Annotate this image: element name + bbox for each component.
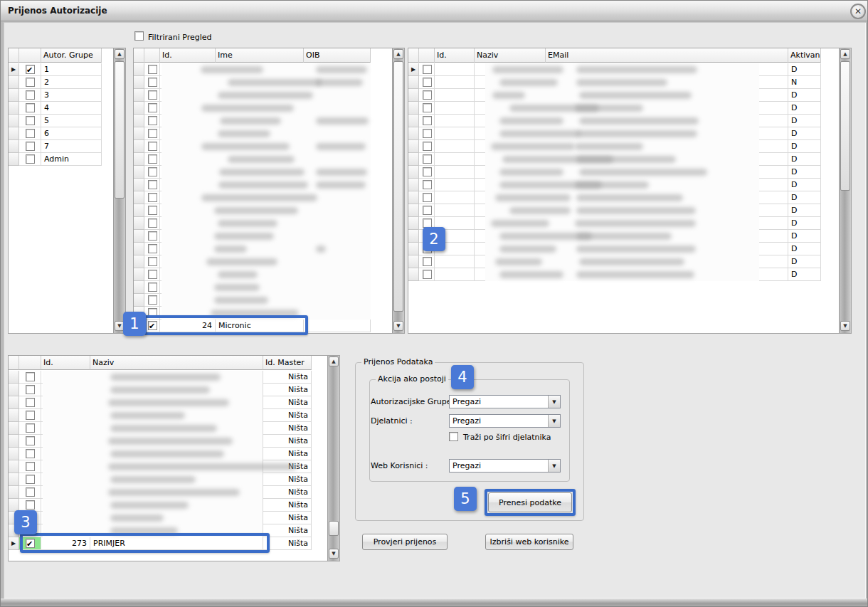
chevron-down-icon[interactable]: ▼ <box>548 415 560 427</box>
scrollbar-thumb[interactable] <box>329 521 339 536</box>
col-header-id[interactable]: Id. <box>435 48 475 63</box>
row-checkbox[interactable] <box>148 295 157 305</box>
row-checkbox[interactable] <box>423 116 432 125</box>
row-checkbox[interactable] <box>423 142 432 151</box>
close-icon[interactable]: ✕ <box>850 4 866 19</box>
employees-combo[interactable]: Pregazi ▼ <box>449 414 561 428</box>
data-cell[interactable]: D <box>788 217 821 230</box>
col-header-blank[interactable] <box>9 48 19 63</box>
row-checkbox[interactable] <box>26 423 35 433</box>
row-checkbox[interactable] <box>26 90 35 100</box>
row-checkbox[interactable] <box>423 206 432 215</box>
vertical-scrollbar[interactable]: ▲▼ <box>113 48 125 333</box>
delete-web-users-button[interactable]: Izbriši web korisnike <box>485 534 573 550</box>
web-users-combo[interactable]: Pregazi ▼ <box>449 459 561 473</box>
data-cell[interactable]: D <box>788 166 821 179</box>
data-cell[interactable]: D <box>788 230 821 243</box>
companies-grid[interactable]: Id.ImeOIB▶✔24Micronic▲▼ <box>133 48 405 334</box>
data-cell[interactable]: D <box>788 191 821 204</box>
chevron-down-icon[interactable]: ▼ <box>548 396 560 408</box>
scroll-down-icon[interactable]: ▼ <box>393 321 403 331</box>
data-cell[interactable]: D <box>788 63 821 76</box>
data-cell[interactable] <box>435 255 475 268</box>
vertical-scrollbar[interactable]: ▲▼ <box>392 48 404 333</box>
web-users-grid[interactable]: Id.NazivEMailAktivan▶DNDDDDDDDDDDDDDDD▲▼ <box>408 48 852 334</box>
data-cell[interactable]: D <box>788 102 821 115</box>
row-checkbox[interactable] <box>148 244 157 253</box>
scroll-up-icon[interactable]: ▲ <box>115 49 125 59</box>
data-cell[interactable]: Ništa <box>263 396 312 409</box>
data-cell[interactable]: D <box>788 153 821 166</box>
row-checkbox[interactable] <box>423 270 432 279</box>
data-cell[interactable]: Ništa <box>263 384 312 396</box>
data-cell[interactable]: N <box>788 76 821 89</box>
col-header-blank[interactable] <box>144 48 160 63</box>
data-cell[interactable] <box>435 102 475 115</box>
vertical-scrollbar[interactable]: ▲▼ <box>327 356 339 561</box>
data-cell[interactable]: D <box>788 179 821 191</box>
row-checkbox[interactable] <box>423 90 432 100</box>
data-cell[interactable]: 1 <box>41 63 102 76</box>
scrollbar-thumb[interactable] <box>115 61 125 199</box>
col-header-blank[interactable] <box>134 48 144 63</box>
data-cell[interactable]: D <box>788 204 821 217</box>
data-cell[interactable]: D <box>788 89 821 102</box>
data-cell[interactable] <box>435 191 475 204</box>
data-cell[interactable] <box>435 127 475 140</box>
col-header-id-master[interactable]: Id. Master <box>263 356 312 370</box>
row-checkbox[interactable] <box>26 449 35 458</box>
data-cell[interactable]: Ništa <box>263 537 312 550</box>
row-checkbox[interactable] <box>148 257 157 266</box>
data-cell[interactable] <box>435 89 475 102</box>
scroll-up-icon[interactable]: ▲ <box>840 49 850 59</box>
row-checkbox[interactable] <box>26 411 35 420</box>
col-header-id[interactable]: Id. <box>160 48 216 63</box>
data-cell[interactable]: D <box>788 268 821 281</box>
data-cell[interactable] <box>435 166 475 179</box>
row-checkbox[interactable] <box>26 500 35 510</box>
row-checkbox[interactable] <box>148 193 157 202</box>
data-cell[interactable]: Ništa <box>263 371 312 384</box>
table-row[interactable]: 6 <box>9 127 125 140</box>
row-checkbox[interactable] <box>26 116 35 125</box>
scroll-up-icon[interactable]: ▲ <box>393 49 403 59</box>
col-header-blank[interactable] <box>9 356 19 370</box>
col-header-aktivan[interactable]: Aktivan <box>788 48 821 63</box>
data-cell[interactable]: 3 <box>41 89 102 102</box>
row-checkbox[interactable] <box>148 65 157 74</box>
row-checkbox[interactable] <box>148 103 157 112</box>
data-cell[interactable]: 5 <box>41 115 102 127</box>
row-checkbox[interactable] <box>148 206 157 215</box>
row-checkbox[interactable]: ✔ <box>26 65 35 74</box>
data-cell[interactable] <box>304 320 371 332</box>
col-header-blank[interactable] <box>19 356 41 370</box>
row-checkbox[interactable] <box>26 78 35 87</box>
data-cell[interactable] <box>435 115 475 127</box>
row-checkbox[interactable] <box>148 180 157 189</box>
data-cell[interactable]: D <box>788 243 821 255</box>
scrollbar-thumb[interactable] <box>840 61 850 191</box>
row-checkbox[interactable] <box>148 78 157 87</box>
data-cell[interactable]: Ništa <box>263 435 312 448</box>
row-checkbox[interactable] <box>148 90 157 100</box>
scroll-down-icon[interactable]: ▼ <box>329 549 339 559</box>
data-cell[interactable] <box>435 63 475 76</box>
row-checkbox[interactable] <box>26 487 35 497</box>
search-by-employee-code-checkbox[interactable] <box>449 432 458 441</box>
data-cell[interactable] <box>435 204 475 217</box>
vertical-scrollbar[interactable]: ▲▼ <box>839 48 851 333</box>
data-cell[interactable] <box>435 140 475 153</box>
row-checkbox[interactable] <box>148 116 157 125</box>
data-cell[interactable]: Admin <box>41 153 102 166</box>
row-checkbox[interactable] <box>148 218 157 228</box>
table-row[interactable]: 7 <box>9 140 125 153</box>
col-header-blank[interactable] <box>19 48 41 63</box>
table-row[interactable]: 5 <box>9 115 125 127</box>
authorization-groups-grid[interactable]: Autor. Grupe▶✔1234567Admin▲▼ <box>8 48 126 334</box>
row-checkbox[interactable] <box>26 142 35 151</box>
row-checkbox[interactable] <box>148 129 157 138</box>
data-cell[interactable] <box>435 179 475 191</box>
row-checkbox[interactable] <box>423 257 432 266</box>
data-cell[interactable]: Ništa <box>263 448 312 460</box>
row-checkbox[interactable] <box>423 103 432 112</box>
